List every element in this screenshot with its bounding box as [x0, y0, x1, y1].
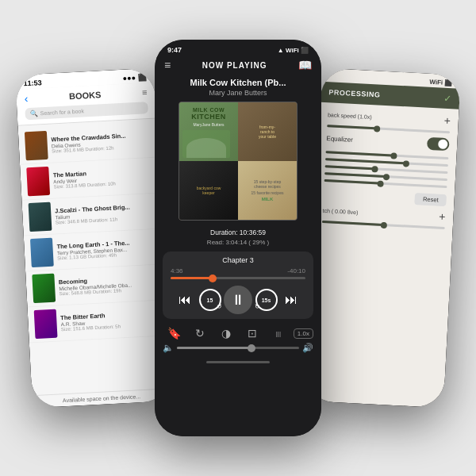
back-button[interactable]: ‹ — [24, 92, 29, 105]
list-item[interactable]: The Bitter Earth A.R. Shaw Size: 151.6 M… — [27, 300, 167, 343]
eq-bands-container — [324, 151, 449, 188]
book-info: Where the Crawdads Sin... Delia Owens Si… — [51, 131, 152, 154]
right-phone: WiFi ⬛ PROCESSING ✓ back speed (1.0x) + — [305, 68, 461, 409]
reset-button[interactable]: Reset — [415, 193, 447, 206]
pause-button[interactable]: ⏸ — [224, 286, 252, 314]
eq-band-5[interactable] — [324, 179, 447, 188]
pitch-label: tch ( 0.00 8ve) — [323, 207, 378, 216]
book-cover — [32, 274, 56, 303]
fast-fwd-button[interactable]: ⏭ — [280, 293, 302, 307]
book-open-icon[interactable]: 📖 — [298, 59, 312, 71]
book-cover — [26, 167, 50, 196]
chapter-progress[interactable] — [171, 277, 305, 279]
toggle-knob — [438, 139, 448, 149]
rewind-button[interactable]: ⏮ — [174, 293, 196, 307]
volume-row: 🔈 🔊 — [155, 340, 321, 358]
left-phone: 11:53 ●●● ⬛ ‹ BOOKS ≡ 🔍 Search for a boo… — [15, 68, 171, 409]
pitch-slider[interactable] — [322, 221, 445, 229]
search-icon: 🔍 — [29, 109, 37, 117]
elapsed-time: 4:36 — [171, 267, 183, 274]
reset-row: Reset — [323, 188, 447, 206]
duration-info: Duration: 10:36:59 — [155, 227, 321, 238]
center-status-bar: 9:47 ▲ WiFi ⬛ — [155, 40, 321, 57]
center-icons: ▲ WiFi ⬛ — [278, 47, 309, 54]
pitch-row: tch ( 0.00 8ve) + — [322, 205, 446, 222]
book-info: The Bitter Earth A.R. Shaw Size: 151.6 M… — [60, 309, 161, 332]
book-list: Where the Crawdads Sin... Delia Owens Si… — [17, 119, 171, 396]
book-info: J.Scalzi - The Ghost Brig... Talium Size… — [55, 202, 155, 225]
chapter-label: Chapter 3 — [171, 256, 305, 264]
left-signal: ●●● ⬛ — [122, 73, 146, 83]
skip-back-button[interactable]: 15 ↺ — [199, 289, 221, 311]
progress-fill — [171, 277, 211, 279]
center-time: 9:47 — [167, 46, 182, 54]
speed-badge[interactable]: 1.0x — [294, 328, 313, 339]
book-info: Becoming Michelle Obama/Michelle Oba... … — [59, 274, 159, 297]
playback-speed-row: back speed (1.0x) + — [328, 109, 451, 126]
now-playing-author: Mary Jane Butters — [155, 87, 321, 102]
book-info: The Martian Andy Weir Size: 313.8 MB Dur… — [53, 167, 154, 190]
equalizer-toggle[interactable] — [427, 137, 450, 151]
equalizer-toggle-row: Equalizer — [326, 132, 450, 151]
speed-plus-button[interactable]: + — [443, 115, 451, 126]
eq-content: back speed (1.0x) + Equalizer — [305, 102, 459, 409]
playback-controls: ⏮ 15 ↺ ⏸ 15s ↻ ⏭ — [171, 286, 305, 314]
center-top-bar: ≡ NOW PLAYING 📖 — [155, 57, 321, 76]
airplay-icon[interactable]: ⊡ — [241, 327, 263, 340]
processing-title: PROCESSING — [328, 88, 380, 98]
now-playing-title: Milk Cow Kitchen (Pb... — [155, 76, 321, 87]
book-cover — [25, 131, 48, 160]
pitch-plus-button[interactable]: + — [439, 211, 446, 222]
books-title: BOOKS — [69, 90, 102, 101]
scene: 11:53 ●●● ⬛ ‹ BOOKS ≡ 🔍 Search for a boo… — [8, 8, 468, 468]
menu-icon[interactable]: ≡ — [142, 87, 148, 97]
check-icon[interactable]: ✓ — [443, 93, 452, 105]
volume-low-icon: 🔈 — [163, 343, 174, 353]
book-cover — [30, 238, 54, 267]
volume-high-icon: 🔊 — [302, 343, 313, 353]
skip-fwd-button[interactable]: 15s ↻ — [255, 289, 278, 311]
volume-slider[interactable] — [177, 347, 299, 349]
speed-label: back speed (1.0x) — [328, 112, 383, 121]
eq-icon[interactable]: ||| — [267, 330, 290, 337]
center-phone: 9:47 ▲ WiFi ⬛ ≡ NOW PLAYING 📖 Milk Cow K… — [155, 40, 321, 436]
read-info: Read: 3:04:14 ( 29% ) — [155, 238, 321, 247]
chapter-section: Chapter 3 4:36 -40:10 ⏮ 15 ↺ — [163, 251, 313, 319]
volume-fill — [177, 347, 250, 349]
home-indicator — [206, 361, 270, 363]
search-bar[interactable]: 🔍 Search for a book — [25, 102, 148, 120]
book-info: The Long Earth - 1 - The... Terry Pratch… — [56, 238, 157, 261]
search-placeholder: Search for a book — [40, 108, 84, 116]
pause-icon: ⏸ — [231, 292, 245, 309]
loop-icon[interactable]: ↻ — [189, 327, 211, 340]
right-icons: WiFi ⬛ — [429, 79, 452, 87]
equalizer-label: Equalizer — [326, 135, 353, 144]
book-cover — [29, 202, 52, 232]
left-time: 11:53 — [23, 79, 42, 87]
remaining-time: -40:10 — [287, 267, 305, 274]
progress-thumb — [209, 274, 217, 282]
now-playing-label: NOW PLAYING — [202, 61, 267, 70]
brightness-icon[interactable]: ◑ — [215, 327, 237, 340]
hamburger-icon[interactable]: ≡ — [164, 59, 171, 71]
book-artwork: Milk Cow KITCHEN MaryJane Butters fro — [178, 102, 298, 221]
book-cover — [34, 309, 58, 339]
bottom-controls: 🔖 ↻ ◑ ⊡ ||| 1.0x — [155, 324, 321, 340]
bookmark-icon[interactable]: 🔖 — [163, 327, 185, 340]
volume-thumb — [248, 344, 255, 352]
